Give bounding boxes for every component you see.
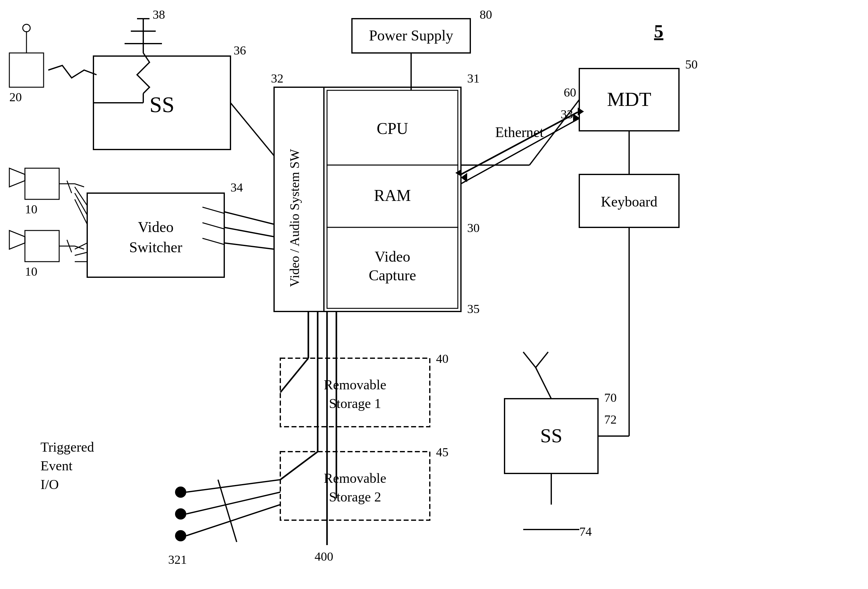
removable-storage2-label1: Removable bbox=[324, 471, 386, 486]
ss-top-label: SS bbox=[149, 92, 174, 117]
ref38: 38 bbox=[153, 7, 165, 22]
ref74: 74 bbox=[579, 524, 592, 539]
ref72: 72 bbox=[604, 412, 617, 427]
triggered-event-label1: Triggered bbox=[40, 440, 94, 455]
video-switcher-box bbox=[87, 193, 224, 277]
ref10a: 10 bbox=[25, 202, 37, 216]
ref321: 321 bbox=[168, 552, 187, 567]
keyboard-label: Keyboard bbox=[601, 194, 657, 210]
ss-bottom-label: SS bbox=[540, 425, 562, 447]
trigger-dot2 bbox=[175, 508, 186, 520]
video-capture-label1: Video bbox=[375, 248, 410, 265]
trigger-dot3 bbox=[175, 530, 186, 541]
power-supply-ref: 80 bbox=[480, 7, 492, 22]
ref40: 40 bbox=[436, 352, 449, 366]
ref400: 400 bbox=[314, 549, 333, 564]
camera2-box bbox=[25, 230, 59, 262]
ss-top-ref: 36 bbox=[233, 43, 246, 57]
cpu-label: CPU bbox=[376, 120, 408, 137]
triggered-event-label2: Event bbox=[40, 458, 72, 474]
video-switcher-ref: 34 bbox=[230, 180, 243, 194]
trigger-dot1 bbox=[175, 487, 186, 498]
triggered-event-label3: I/O bbox=[40, 477, 59, 492]
video-audio-sw-label: Video / Audio System SW bbox=[288, 149, 302, 287]
ethernet-label: Ethernet bbox=[495, 124, 544, 140]
ref32: 32 bbox=[271, 71, 283, 86]
ram-label: RAM bbox=[374, 187, 411, 204]
ref30: 30 bbox=[467, 221, 480, 235]
ref60: 60 bbox=[564, 86, 576, 99]
video-capture-label2: Capture bbox=[369, 267, 416, 283]
mdt-ref: 50 bbox=[685, 57, 698, 71]
video-switcher-label1: Video bbox=[138, 218, 173, 235]
figure-label: 5 bbox=[654, 21, 663, 41]
removable-storage1-label1: Removable bbox=[324, 377, 386, 393]
removable-storage1-box bbox=[280, 358, 430, 427]
device20-box bbox=[9, 53, 44, 87]
power-supply-label: Power Supply bbox=[369, 27, 453, 44]
mdt-label: MDT bbox=[607, 88, 651, 110]
camera1-box bbox=[25, 168, 59, 199]
ref70: 70 bbox=[604, 391, 617, 404]
ref35: 35 bbox=[467, 302, 480, 316]
ref10b: 10 bbox=[25, 264, 37, 279]
ref31: 31 bbox=[467, 71, 480, 86]
video-switcher-label2: Switcher bbox=[129, 239, 183, 255]
ref33: 33 bbox=[561, 107, 573, 121]
diagram-container: 5 Power Supply 80 Video / Audio System S… bbox=[0, 0, 868, 589]
ref20: 20 bbox=[9, 90, 22, 104]
ref45: 45 bbox=[436, 445, 449, 459]
